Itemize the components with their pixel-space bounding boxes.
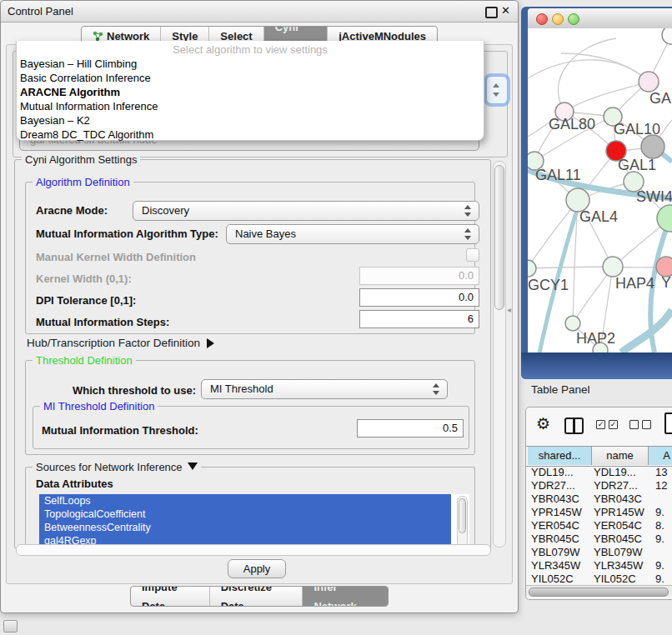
data-attributes-label: Data Attributes bbox=[36, 478, 113, 490]
minimize-traffic-light-icon[interactable] bbox=[552, 13, 564, 25]
which-threshold-combo[interactable]: MI Threshold bbox=[201, 379, 448, 399]
which-threshold-label: Which threshold to use: bbox=[73, 384, 196, 397]
zoom-traffic-light-icon[interactable] bbox=[568, 13, 579, 25]
table-row[interactable]: YBR045CYBR045C9. bbox=[526, 532, 672, 546]
settings-scrollbar[interactable] bbox=[493, 161, 506, 548]
tab-impute-data[interactable]: Impute Data bbox=[131, 587, 209, 606]
table-cell: YBR045C bbox=[594, 532, 642, 546]
split-columns-icon[interactable] bbox=[564, 418, 584, 434]
mi-threshold-label: Mutual Information Threshold: bbox=[42, 424, 198, 437]
table-row[interactable]: YBR043CYBR043C bbox=[526, 492, 672, 506]
unchecked-checkbox-icon[interactable] bbox=[629, 420, 639, 429]
table-cell: YDL19... bbox=[594, 466, 636, 479]
table-hscrollbar-thumb[interactable] bbox=[529, 588, 669, 597]
table-row[interactable]: YDL19...YDL19...13 bbox=[526, 466, 672, 479]
table-panel-title: Table Panel bbox=[531, 383, 590, 396]
column-header-partial[interactable]: A bbox=[649, 447, 672, 465]
table-cell: YLR345W bbox=[594, 559, 643, 572]
table-cell: YIL052C bbox=[594, 572, 636, 585]
close-traffic-light-icon[interactable] bbox=[536, 13, 548, 25]
dpi-tolerance-field[interactable]: 0.0 bbox=[359, 288, 479, 307]
table-row[interactable]: YER054CYER054C8. bbox=[526, 519, 672, 532]
table-row[interactable]: YIL052CYIL052C9. bbox=[526, 572, 672, 585]
kernel-width-label: Kernel Width (0,1): bbox=[36, 272, 132, 285]
float-window-icon[interactable] bbox=[485, 7, 498, 18]
attributes-hscrollbar[interactable] bbox=[16, 544, 491, 556]
algorithm-combo-focused[interactable] bbox=[486, 76, 508, 104]
expander-collapsed-icon bbox=[207, 338, 214, 348]
node-label: HAP4 bbox=[615, 275, 654, 292]
table-row[interactable]: YLR345WYLR345W9. bbox=[526, 559, 672, 572]
tab-discretize-data[interactable]: Discretize Data bbox=[209, 587, 303, 606]
minimized-window-icon[interactable] bbox=[3, 620, 18, 632]
network-node[interactable] bbox=[528, 260, 536, 277]
control-panel-titlebar[interactable]: Control Panel ✕ bbox=[1, 1, 518, 22]
splitter-handle-icon[interactable]: ◂ bbox=[507, 305, 511, 314]
expander-expanded-icon bbox=[188, 462, 198, 470]
sources-expander[interactable]: Sources for Network Inference bbox=[33, 461, 201, 473]
column-header-name[interactable]: name bbox=[592, 447, 649, 465]
table-hscrollbar[interactable] bbox=[526, 585, 672, 597]
combo-spinner-icon bbox=[464, 205, 472, 217]
node-label: Y bbox=[661, 274, 671, 291]
table-row[interactable]: YDR27...YDR27...12 bbox=[526, 479, 672, 492]
cyni-algorithm-settings-group: Cyni Algorithm Settings Algorithm Defini… bbox=[14, 159, 491, 549]
hub-factor-expander[interactable]: Hub/Transcription Factor Definition bbox=[27, 337, 214, 349]
data-attributes-list[interactable]: SelfLoopsTopologicalCoefficientBetweenne… bbox=[39, 494, 469, 549]
document-icon[interactable] bbox=[664, 412, 672, 434]
network-node[interactable] bbox=[603, 257, 623, 277]
checked-checkbox-icon[interactable]: ✓ bbox=[609, 420, 618, 429]
table-cell: YPR145W bbox=[594, 506, 644, 519]
gear-icon[interactable]: ⚙ bbox=[536, 414, 550, 433]
table-rows[interactable]: YDL19...YDL19...13YDR27...YDR27...12YBR0… bbox=[526, 466, 672, 585]
attributes-scrollbar[interactable] bbox=[457, 496, 468, 548]
network-node[interactable] bbox=[639, 72, 659, 92]
settings-scrollbar-thumb[interactable] bbox=[494, 165, 504, 310]
table-cell: YER054C bbox=[594, 519, 642, 532]
popup-prompt: Select algorithm to view settings bbox=[17, 43, 484, 57]
table-cell: 9. bbox=[655, 532, 664, 546]
table-cell: 13 bbox=[655, 466, 667, 479]
manual-kernel-checkbox[interactable] bbox=[466, 248, 479, 262]
table-cell: YDR27... bbox=[531, 479, 575, 492]
mi-threshold-field[interactable]: 0.5 bbox=[357, 419, 464, 438]
table-cell: YDR27... bbox=[594, 479, 638, 492]
mi-steps-field[interactable]: 6 bbox=[359, 310, 479, 328]
unchecked-checkbox-icon[interactable] bbox=[642, 420, 651, 429]
table-row[interactable]: YBL079WYBL079W bbox=[526, 546, 672, 559]
close-icon[interactable]: ✕ bbox=[501, 4, 510, 17]
table-cell: 9. bbox=[655, 572, 664, 585]
table-cell: YBR043C bbox=[594, 492, 642, 506]
mi-threshold-group-title: MI Threshold Definition bbox=[40, 400, 158, 412]
node-label: GAL80 bbox=[549, 116, 595, 132]
table-cell: YBR043C bbox=[531, 492, 579, 506]
algorithm-option[interactable]: ARACNE Algorithm bbox=[17, 85, 484, 99]
column-header-shared-name[interactable]: shared... bbox=[528, 447, 592, 465]
algorithm-definition-title: Algorithm Definition bbox=[33, 176, 133, 188]
tab-infer-network[interactable]: Infer Network bbox=[302, 587, 388, 606]
table-cell: YER054C bbox=[531, 519, 579, 532]
network-node[interactable] bbox=[565, 316, 580, 331]
attribute-item[interactable]: TopologicalCoefficient bbox=[39, 508, 451, 521]
attribute-item[interactable]: BetweennessCentrality bbox=[39, 521, 451, 534]
table-cell: YLR345W bbox=[531, 559, 580, 572]
aracne-mode-combo[interactable]: Discovery bbox=[133, 201, 479, 221]
node-label: SWI4 bbox=[636, 188, 672, 205]
mi-type-combo[interactable]: Naive Bayes bbox=[226, 224, 479, 244]
network-node[interactable] bbox=[662, 28, 672, 44]
algorithm-option[interactable]: Bayesian – Hill Climbing bbox=[17, 57, 484, 71]
kernel-width-field[interactable]: 0.0 bbox=[359, 267, 479, 285]
table-cell: YBL079W bbox=[531, 546, 580, 559]
algorithm-option[interactable]: Dream8 DC_TDC Algorithm bbox=[17, 128, 484, 142]
network-window-titlebar[interactable] bbox=[528, 8, 672, 29]
algorithm-option[interactable]: Basic Correlation Inference bbox=[17, 71, 484, 85]
apply-button[interactable]: Apply bbox=[228, 559, 286, 578]
table-row[interactable]: YPR145WYPR145W9. bbox=[526, 506, 672, 519]
algorithm-option[interactable]: Mutual Information Inference bbox=[17, 99, 484, 113]
network-canvas[interactable]: GALGAL80GAL10GAL1GAL11SWI4GAL4GCY1HAP4YH… bbox=[528, 28, 672, 352]
algorithm-option[interactable]: Bayesian – K2 bbox=[17, 113, 484, 128]
node-label: HAP2 bbox=[576, 330, 615, 347]
attribute-item[interactable]: SelfLoops bbox=[39, 494, 451, 508]
network-node[interactable] bbox=[641, 135, 664, 158]
checked-checkbox-icon[interactable]: ✓ bbox=[596, 420, 605, 429]
